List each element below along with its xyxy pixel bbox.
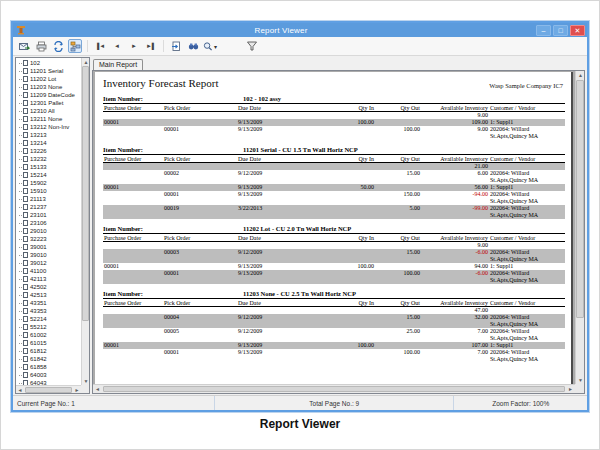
refresh-icon[interactable] <box>51 39 65 53</box>
tree-item[interactable]: 12310 All <box>16 107 81 115</box>
close-button[interactable]: ✕ <box>570 25 585 36</box>
first-page-icon[interactable]: ▐◄ <box>93 39 107 53</box>
tree-item[interactable]: 39010 <box>16 251 81 259</box>
tree-item[interactable]: 43351 <box>16 299 81 307</box>
tree-item[interactable]: 102 <box>16 59 81 67</box>
report-cell: 21.00 <box>421 163 489 171</box>
zoom-dropdown-caret[interactable]: ▾ <box>214 43 217 50</box>
report-cell <box>375 342 421 349</box>
report-viewport[interactable]: Inventory Forecast Report Wasp Sample Co… <box>92 70 585 394</box>
report-cell <box>103 242 163 250</box>
report-cell: 202064: Willard St.Apts,Quincy MA <box>489 126 565 140</box>
tree-item[interactable]: 13232 <box>16 155 81 163</box>
tree-item[interactable]: 11203 None <box>16 83 81 91</box>
find-icon[interactable] <box>186 39 200 53</box>
tree-horizontal-scrollbar[interactable]: ◄ ► <box>16 385 81 393</box>
tree-item[interactable]: 15214 <box>16 171 81 179</box>
tree-item[interactable]: 41100 <box>16 267 81 275</box>
report-viewer-window: Report Viewer – □ ✕ <box>11 21 589 412</box>
zoom-icon[interactable]: ▾ <box>203 39 217 53</box>
document-icon <box>23 172 28 178</box>
tree-item[interactable]: 39012 <box>16 259 81 267</box>
scroll-up-icon[interactable]: ▲ <box>82 58 90 66</box>
report-horizontal-scrollbar[interactable]: ◄ ► <box>93 384 575 393</box>
maximize-button[interactable]: □ <box>553 25 568 36</box>
tree-item[interactable]: 61858 <box>16 363 81 371</box>
report-cell: 1: Suppl1 <box>489 342 565 349</box>
report-cell: 9/13/2009 <box>237 270 329 284</box>
column-header: Qty Out <box>375 234 421 242</box>
tree-vscroll-thumb[interactable] <box>82 66 89 321</box>
tree-item[interactable]: 64003 <box>16 371 81 379</box>
report-cell <box>103 112 163 120</box>
scroll-right-icon[interactable]: ► <box>566 385 575 393</box>
tree-item[interactable]: 11201 Serial <box>16 67 81 75</box>
scroll-left-icon[interactable]: ◄ <box>16 386 24 394</box>
tree-item[interactable]: 32223 <box>16 235 81 243</box>
column-header: Qty In <box>329 155 375 163</box>
tree-item[interactable]: 43353 <box>16 307 81 315</box>
tree-item-label: 13212 Non-Inv <box>30 124 69 130</box>
scroll-left-icon[interactable]: ◄ <box>93 385 102 393</box>
tree-item[interactable]: 13214 <box>16 139 81 147</box>
minimize-button[interactable]: – <box>536 25 551 36</box>
tree-item[interactable]: 23106 <box>16 219 81 227</box>
tree-item[interactable]: 42513 <box>16 291 81 299</box>
tree-item[interactable]: 29010 <box>16 227 81 235</box>
tree-hscroll-thumb[interactable] <box>25 387 72 393</box>
report-cell <box>103 191 163 205</box>
tree-item[interactable]: 55212 <box>16 323 81 331</box>
window-title: Report Viewer <box>26 26 536 35</box>
report-cell <box>489 163 565 171</box>
tab-main-report[interactable]: Main Report <box>93 59 143 70</box>
scroll-down-icon[interactable]: ▼ <box>576 376 585 384</box>
tree-item[interactable]: 13211 None <box>16 115 81 123</box>
report-row: 000019/13/2009100.007.00202064: Willard … <box>103 349 565 363</box>
tree-item[interactable]: 61842 <box>16 355 81 363</box>
report-hscroll-thumb[interactable] <box>103 386 565 392</box>
screenshot-stage: Report Viewer – □ ✕ <box>0 0 600 450</box>
tree-item[interactable]: 12301 Pallet <box>16 99 81 107</box>
document-icon <box>23 92 28 98</box>
tree-item-label: 13211 None <box>30 116 62 122</box>
scroll-right-icon[interactable]: ► <box>73 386 81 394</box>
tree-item[interactable]: 23101 <box>16 211 81 219</box>
scroll-down-icon[interactable]: ▼ <box>82 377 90 385</box>
tree-item[interactable]: 61002 <box>16 331 81 339</box>
last-page-icon[interactable]: ►▌ <box>144 39 158 53</box>
tree-item[interactable]: 15910 <box>16 187 81 195</box>
tree-item[interactable]: 15133 <box>16 163 81 171</box>
go-to-page-icon[interactable] <box>169 39 183 53</box>
tree-item[interactable]: 21113 <box>16 195 81 203</box>
report-title: Inventory Forecast Report <box>103 77 218 89</box>
tree-item[interactable]: 52214 <box>16 315 81 323</box>
tree-item[interactable]: 13226 <box>16 147 81 155</box>
tree-item[interactable]: 39001 <box>16 243 81 251</box>
next-page-icon[interactable]: ► <box>127 39 141 53</box>
toggle-group-tree-icon[interactable] <box>68 39 82 53</box>
column-header: Pick Order <box>163 155 237 163</box>
report-vertical-scrollbar[interactable]: ▲ ▼ <box>575 71 584 384</box>
tree-item[interactable]: 21237 <box>16 203 81 211</box>
report-vscroll-thumb[interactable] <box>576 80 584 318</box>
report-cell <box>103 170 163 184</box>
scroll-up-icon[interactable]: ▲ <box>576 71 585 79</box>
tree-vertical-scrollbar[interactable]: ▲ ▼ <box>81 58 89 385</box>
tree-item-label: 23106 <box>30 220 47 226</box>
tree-item[interactable]: 13212 Non-Inv <box>16 123 81 131</box>
tree-item[interactable]: 13213 <box>16 131 81 139</box>
tree-item-label: 39010 <box>30 252 47 258</box>
tree-item[interactable]: 11202 Lot <box>16 75 81 83</box>
tree-item[interactable]: 42113 <box>16 275 81 283</box>
export-icon[interactable] <box>17 39 31 53</box>
tree-item[interactable]: 61812 <box>16 347 81 355</box>
tree-item-label: 15133 <box>30 164 47 170</box>
print-icon[interactable] <box>34 39 48 53</box>
tree-item[interactable]: 15902 <box>16 179 81 187</box>
tree-item[interactable]: 61015 <box>16 339 81 347</box>
titlebar[interactable]: Report Viewer – □ ✕ <box>13 23 587 37</box>
previous-page-icon[interactable]: ◄ <box>110 39 124 53</box>
tree-item[interactable]: 11209 DateCode <box>16 91 81 99</box>
tree-item[interactable]: 42502 <box>16 283 81 291</box>
filter-icon[interactable] <box>245 39 259 53</box>
